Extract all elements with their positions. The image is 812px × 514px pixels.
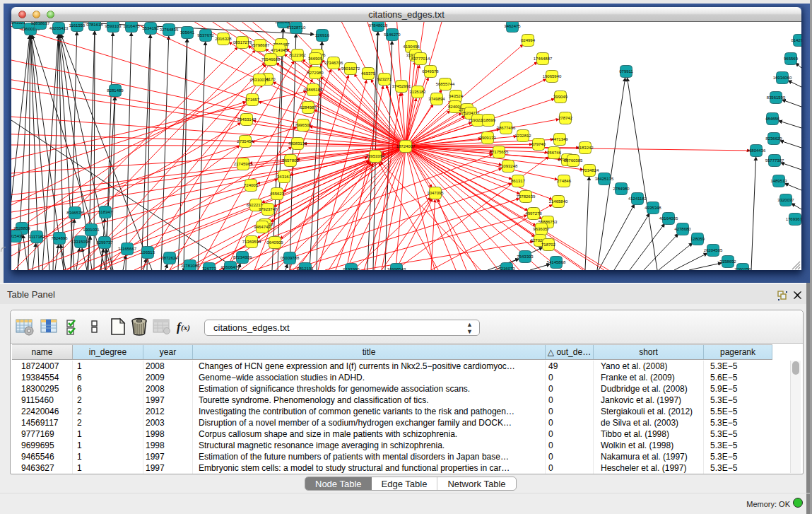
- svg-text:6349578: 6349578: [422, 69, 439, 74]
- svg-text:1161559: 1161559: [69, 23, 86, 28]
- svg-text:83777014: 83777014: [411, 57, 430, 61]
- svg-text:1232812: 1232812: [514, 134, 531, 138]
- svg-text:518347: 518347: [98, 210, 113, 214]
- svg-text:70546688: 70546688: [261, 57, 281, 62]
- svg-text:4935348: 4935348: [645, 206, 661, 210]
- svg-text:71093248: 71093248: [499, 164, 518, 168]
- svg-text:95798687: 95798687: [251, 43, 270, 47]
- svg-text:671657: 671657: [245, 98, 260, 102]
- svg-text:923271: 923271: [377, 77, 392, 81]
- svg-text:2016328: 2016328: [215, 37, 232, 41]
- svg-text:41241182: 41241182: [628, 197, 647, 201]
- svg-text:7996507: 7996507: [295, 123, 312, 127]
- svg-text:90838637: 90838637: [31, 22, 50, 25]
- svg-text:9537672: 9537672: [197, 33, 214, 37]
- svg-text:38425135: 38425135: [595, 177, 614, 181]
- svg-text:18724007: 18724007: [396, 144, 416, 148]
- svg-text:43953394: 43953394: [366, 154, 385, 158]
- svg-text:56855744: 56855744: [436, 82, 455, 86]
- svg-text:3872624: 3872624: [161, 256, 178, 260]
- svg-text:6272980: 6272980: [307, 71, 324, 75]
- svg-text:274846: 274846: [557, 179, 572, 183]
- svg-text:97848018: 97848018: [369, 23, 388, 28]
- svg-text:366909: 366909: [308, 57, 323, 61]
- svg-text:3135182: 3135182: [409, 90, 426, 94]
- svg-text:1047095: 1047095: [427, 191, 444, 195]
- svg-text:399049: 399049: [553, 95, 568, 99]
- svg-text:48083136: 48083136: [288, 141, 307, 146]
- svg-text:32764835: 32764835: [160, 28, 179, 32]
- svg-text:128059: 128059: [690, 237, 705, 241]
- svg-text:718702: 718702: [541, 243, 556, 247]
- svg-text:8281489: 8281489: [107, 88, 124, 93]
- svg-text:7015430: 7015430: [11, 234, 24, 238]
- svg-text:278742: 278742: [558, 116, 573, 120]
- svg-text:6183242: 6183242: [577, 146, 594, 150]
- svg-text:079911: 079911: [619, 69, 633, 74]
- svg-text:8122362: 8122362: [289, 53, 306, 57]
- svg-text:8657809: 8657809: [282, 158, 299, 163]
- svg-text:9636057: 9636057: [533, 227, 550, 231]
- svg-text:21465840: 21465840: [549, 199, 568, 204]
- svg-text:99016272: 99016272: [341, 66, 360, 71]
- svg-text:4714345: 4714345: [271, 48, 288, 52]
- svg-text:08317278: 08317278: [233, 40, 252, 45]
- svg-text:73782639: 73782639: [517, 194, 536, 199]
- svg-text:3320037: 3320037: [777, 198, 794, 202]
- svg-text:13315098: 13315098: [71, 240, 90, 244]
- svg-text:02606474: 02606474: [221, 265, 240, 269]
- svg-text:17464887: 17464887: [534, 57, 553, 61]
- svg-text:31165667: 31165667: [118, 247, 137, 251]
- svg-text:6193990: 6193990: [343, 267, 360, 270]
- svg-text:3749894: 3749894: [428, 97, 445, 101]
- svg-text:5534192: 5534192: [142, 26, 159, 30]
- svg-text:4216073: 4216073: [498, 267, 515, 270]
- svg-text:9593103: 9593103: [105, 24, 122, 28]
- svg-text:9117182: 9117182: [29, 235, 46, 239]
- svg-text:305641: 305641: [180, 30, 195, 35]
- svg-text:87234309: 87234309: [233, 255, 252, 259]
- svg-text:226916: 226916: [315, 33, 330, 37]
- svg-text:8236629: 8236629: [765, 136, 782, 141]
- svg-text:37452991: 37452991: [392, 84, 411, 88]
- svg-text:31781080: 31781080: [181, 264, 200, 268]
- svg-text:2260256: 2260256: [734, 267, 751, 270]
- svg-text:0812191: 0812191: [297, 267, 314, 270]
- svg-text:71369594: 71369594: [242, 240, 261, 244]
- svg-text:043321: 043321: [11, 22, 26, 25]
- svg-text:(x): (x): [181, 323, 190, 332]
- svg-text:21745961: 21745961: [234, 162, 253, 166]
- svg-text:4997278: 4997278: [525, 211, 542, 216]
- svg-text:38677496: 38677496: [497, 126, 516, 130]
- svg-text:9464743: 9464743: [254, 225, 271, 229]
- svg-text:0142940: 0142940: [791, 38, 801, 42]
- svg-text:67175655: 67175655: [490, 150, 509, 154]
- svg-text:16998543: 16998543: [387, 267, 406, 270]
- svg-text:95777387: 95777387: [765, 158, 784, 163]
- svg-text:17693676: 17693676: [786, 217, 801, 221]
- svg-text:54145868: 54145868: [547, 260, 566, 264]
- svg-text:318699: 318699: [481, 118, 496, 122]
- svg-text:0640909: 0640909: [266, 240, 283, 245]
- svg-text:7824896: 7824896: [51, 236, 68, 240]
- svg-text:343161: 343161: [277, 175, 292, 179]
- svg-text:861317: 861317: [511, 179, 526, 183]
- svg-text:05310033: 05310033: [250, 78, 269, 82]
- svg-text:69453147: 69453147: [237, 117, 257, 122]
- svg-text:2784980: 2784980: [613, 187, 630, 191]
- svg-text:106513: 106513: [141, 250, 155, 255]
- svg-text:16934060: 16934060: [773, 76, 792, 80]
- svg-text:1316475: 1316475: [123, 24, 140, 28]
- svg-text:7543303: 7543303: [517, 255, 534, 259]
- svg-text:5146270: 5146270: [384, 33, 401, 37]
- svg-text:65328710: 65328710: [287, 25, 306, 30]
- svg-text:9301031: 9301031: [83, 228, 100, 232]
- svg-text:4278680: 4278680: [674, 227, 691, 231]
- svg-text:2735454: 2735454: [237, 139, 254, 144]
- svg-text:37346706: 37346706: [324, 61, 343, 65]
- svg-text:326773: 326773: [202, 267, 217, 270]
- svg-text:9909133: 9909133: [479, 136, 496, 140]
- svg-text:965569: 965569: [784, 57, 799, 61]
- svg-text:26204505: 26204505: [704, 248, 723, 252]
- svg-text:77034824: 77034824: [580, 168, 599, 173]
